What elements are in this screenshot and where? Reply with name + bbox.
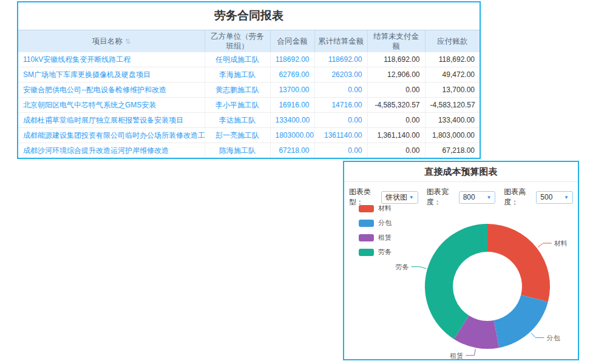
- cell-unpaid: -4,585,320.57: [367, 98, 425, 113]
- pie-segment-分包[interactable]: [494, 295, 548, 348]
- cell-project[interactable]: 110kV安徽线程集变开断线路工程: [18, 52, 205, 67]
- col-header-contract-amount: 合同金额: [270, 30, 314, 53]
- cell-settled: 0.00: [314, 83, 367, 98]
- cell-unpaid: 12,906.00: [367, 67, 425, 83]
- cell-team: 黄志鹏施工队: [205, 83, 270, 98]
- cell-payable: 13,700.00: [425, 83, 480, 98]
- cell-contract: 1803000.00: [270, 128, 314, 143]
- table-row: 安徽合肥供电公司--配电设备检修维护和改造黄志鹏施工队13700.000.000…: [18, 83, 480, 98]
- cell-project[interactable]: 安徽合肥供电公司--配电设备检修维护和改造: [18, 83, 205, 98]
- table-header-row: 项目名称⇅ 乙方单位（劳务班组） 合同金额 累计结算金额 结算未支付金额 应付账…: [18, 30, 480, 53]
- cell-project[interactable]: 北京朝阳区电气中芯特气系统之GMS安装: [18, 98, 205, 113]
- cell-project[interactable]: 成都杜甫草堂临时展厅独立展柜报警设备安装项目: [18, 113, 205, 128]
- cell-project[interactable]: 成都能源建设集团投资有限公司临时办公场所装修改造工程EPC: [18, 128, 205, 143]
- pie-label-line-分包: [531, 333, 544, 338]
- cell-unpaid: 0.00: [367, 83, 425, 98]
- report-title: 劳务合同报表: [18, 2, 480, 30]
- cell-settled: 118692.00: [314, 52, 367, 67]
- pie-label-line-租赁: [466, 349, 475, 356]
- cell-team: 陈海施工队: [205, 143, 270, 158]
- cell-payable: 118,692.00: [425, 52, 480, 67]
- pie-label-劳务: 劳务: [396, 263, 409, 271]
- cell-unpaid: 0.00: [367, 113, 425, 128]
- cell-project[interactable]: 成都沙河环境综合提升改造运河护岸维修改造: [18, 143, 205, 158]
- cell-payable: -4,583,120.57: [425, 98, 480, 113]
- cell-unpaid: 118,692.00: [367, 52, 425, 67]
- cell-settled: 26203.00: [314, 67, 367, 83]
- table-row: 北京朝阳区电气中芯特气系统之GMS安装李小平施工队16916.0014716.0…: [18, 98, 480, 113]
- col-header-unpaid-amount: 结算未支付金额: [367, 30, 425, 53]
- cell-payable: 1,803,000.00: [425, 128, 480, 143]
- cell-contract: 62769.00: [270, 67, 314, 83]
- table-row: 成都沙河环境综合提升改造运河护岸维修改造陈海施工队67218.000.000.0…: [18, 143, 480, 158]
- cell-settled: 1361140.00: [314, 128, 367, 143]
- cell-team: 李海施工队: [205, 67, 270, 83]
- cell-payable: 49,472.00: [425, 67, 480, 83]
- table-row: 成都杜甫草堂临时展厅独立展柜报警设备安装项目李达施工队133400.000.00…: [18, 113, 480, 128]
- cell-settled: 0.00: [314, 143, 367, 158]
- cell-team: 李达施工队: [205, 113, 270, 128]
- cell-contract: 67218.00: [270, 143, 314, 158]
- pie-label-材料: 材料: [554, 240, 568, 247]
- cell-settled: 14716.00: [314, 98, 367, 113]
- table-row: 110kV安徽线程集变开断线路工程任明成施工队118692.00118692.0…: [18, 52, 480, 67]
- cell-settled: 0.00: [314, 113, 367, 128]
- cell-contract: 118692.00: [270, 52, 314, 67]
- cell-contract: 133400.00: [270, 113, 314, 128]
- cell-contract: 16916.00: [270, 98, 314, 113]
- cell-payable: 133,400.00: [425, 113, 480, 128]
- col-header-settled-amount: 累计结算金额: [314, 30, 367, 53]
- cell-contract: 13700.00: [270, 83, 314, 98]
- cell-payable: 67,218.00: [425, 143, 480, 158]
- cell-team: 彭一亮施工队: [205, 128, 270, 143]
- col-header-payable: 应付账款: [425, 30, 480, 53]
- cell-team: 任明成施工队: [205, 52, 270, 67]
- donut-chart: 材料分包租赁劳务: [344, 162, 578, 359]
- labor-contract-table: 项目名称⇅ 乙方单位（劳务班组） 合同金额 累计结算金额 结算未支付金额 应付账…: [18, 30, 480, 158]
- pie-label-line-劳务: [412, 267, 427, 269]
- pie-segment-材料[interactable]: [487, 224, 550, 302]
- cell-project[interactable]: SM广场地下车库更换摄像机及硬盘项目: [18, 67, 205, 83]
- col-header-team: 乙方单位（劳务班组）: [205, 30, 270, 53]
- cell-team: 李小平施工队: [205, 98, 270, 113]
- pie-label-分包: 分包: [546, 334, 560, 342]
- pie-label-line-材料: [538, 243, 552, 248]
- col-header-project-label: 项目名称: [92, 37, 123, 46]
- sort-icon[interactable]: ⇅: [125, 38, 131, 45]
- col-header-project: 项目名称⇅: [18, 30, 205, 53]
- labor-contract-report-panel: 劳务合同报表 项目名称⇅ 乙方单位（劳务班组） 合同金额 累计结算金额 结算未支…: [17, 1, 481, 159]
- cell-unpaid: 0.00: [367, 143, 425, 158]
- table-row: SM广场地下车库更换摄像机及硬盘项目李海施工队62769.0026203.001…: [18, 67, 480, 83]
- pie-label-租赁: 租赁: [450, 352, 463, 359]
- table-row: 成都能源建设集团投资有限公司临时办公场所装修改造工程EPC彭一亮施工队18030…: [18, 128, 480, 143]
- cell-unpaid: 1,361,140.00: [367, 128, 425, 143]
- direct-cost-budget-chart-panel: 直接成本预算图表 图表类型： 饼状图 ▼ 图表宽度： 800 ▼ 图表高度： 5…: [343, 161, 579, 360]
